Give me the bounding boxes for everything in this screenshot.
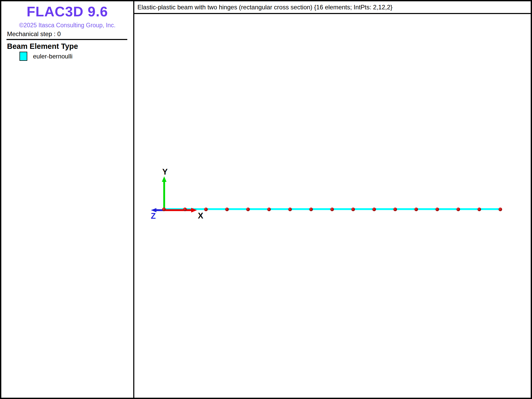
beam-node xyxy=(183,208,187,211)
mechanical-step-status: Mechanical step : 0 xyxy=(7,30,61,38)
legend-item: euler-bernoulli xyxy=(19,52,72,61)
beam-node xyxy=(456,208,460,211)
y-axis-label: Y xyxy=(162,167,168,176)
beam-node xyxy=(204,208,208,211)
app-window: FLAC3D 9.6 ©2025 Itasca Consulting Group… xyxy=(0,0,532,399)
beam-node xyxy=(498,208,502,211)
sidebar: FLAC3D 9.6 ©2025 Itasca Consulting Group… xyxy=(1,1,133,398)
legend-color-swatch xyxy=(19,52,27,61)
z-axis-label: Z xyxy=(151,211,156,221)
beam-node xyxy=(309,208,313,211)
beam-node xyxy=(246,208,250,211)
x-axis-label: X xyxy=(198,211,203,220)
beam-node xyxy=(225,208,229,211)
beam-node xyxy=(162,208,166,211)
beam-node xyxy=(393,208,397,211)
sidebar-separator xyxy=(6,39,127,40)
plot-title-bar: Elastic-plastic beam with two hinges (re… xyxy=(134,1,531,14)
beam-node xyxy=(330,208,334,211)
beam-node xyxy=(351,208,355,211)
beam-node xyxy=(267,208,271,211)
copyright-text: ©2025 Itasca Consulting Group, Inc. xyxy=(1,22,133,29)
y-axis-arrowhead-icon xyxy=(162,176,167,182)
legend-title: Beam Element Type xyxy=(7,42,78,51)
beam-node xyxy=(435,208,439,211)
beam-node xyxy=(372,208,376,211)
plot-title: Elastic-plastic beam with two hinges (re… xyxy=(134,4,393,11)
app-logo: FLAC3D 9.6 xyxy=(1,3,133,19)
beam-node xyxy=(414,208,418,211)
beam-model-canvas[interactable]: YXZ xyxy=(134,14,531,398)
model-viewport[interactable]: YXZ xyxy=(134,14,531,398)
beam-node xyxy=(477,208,481,211)
beam-node xyxy=(288,208,292,211)
legend-item-label: euler-bernoulli xyxy=(33,53,72,60)
